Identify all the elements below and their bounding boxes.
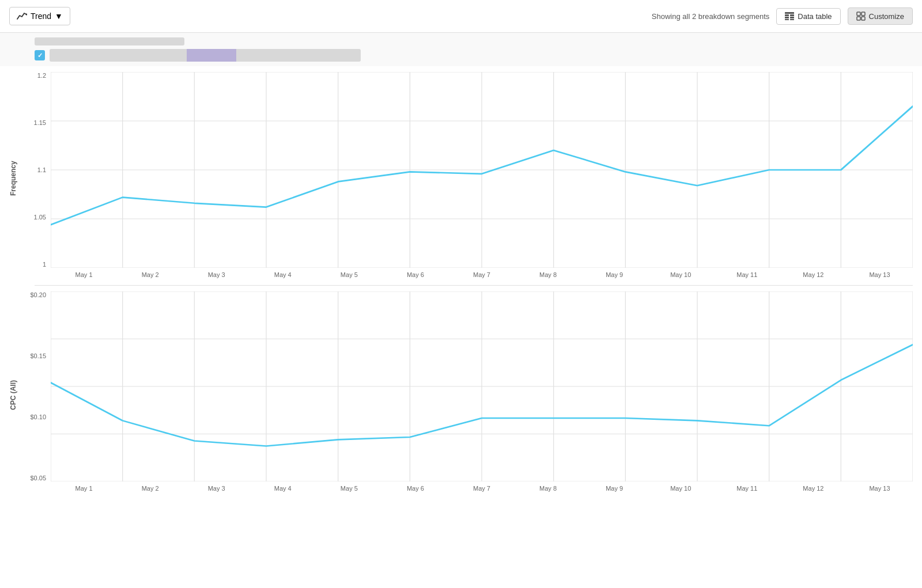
- svg-rect-3: [790, 14, 794, 16]
- charts-container: Frequency 1.2 1.15 1.1 1.05 1: [0, 66, 922, 504]
- customize-label: Customize: [869, 12, 904, 21]
- filter-segment-gray1: [50, 49, 187, 62]
- customize-button[interactable]: Customize: [848, 7, 913, 25]
- filter-bar-top: [35, 37, 184, 45]
- frequency-chart-plot: May 1 May 2 May 3 May 4 May 5 May 6 May …: [51, 72, 913, 285]
- cpc-x-tick-may2: May 2: [117, 485, 183, 492]
- x-tick-may13: May 13: [847, 271, 913, 278]
- filter-bar-composite: [50, 49, 361, 62]
- top-right-controls: Showing all 2 breakdown segments Data ta…: [652, 7, 913, 25]
- x-tick-may10: May 10: [648, 271, 714, 278]
- cpc-x-tick-may1: May 1: [51, 485, 117, 492]
- cpc-x-tick-may5: May 5: [316, 485, 382, 492]
- cpc-y-label: CPC (All): [5, 291, 22, 499]
- cpc-x-tick-may9: May 9: [581, 485, 648, 492]
- frequency-y-ticks: 1.2 1.15 1.1 1.05 1: [22, 72, 51, 268]
- x-tick-may8: May 8: [515, 271, 581, 278]
- x-tick-may5: May 5: [316, 271, 382, 278]
- cpc-x-tick-may8: May 8: [515, 485, 581, 492]
- svg-rect-11: [861, 17, 865, 20]
- svg-rect-2: [785, 14, 789, 16]
- cpc-x-tick-may10: May 10: [648, 485, 714, 492]
- filter-segment-gray2: [236, 49, 361, 62]
- x-tick-may4: May 4: [250, 271, 316, 278]
- cpc-chart-svg: [51, 291, 913, 481]
- cpc-y-ticks: $0.20 $0.15 $0.10 $0.05: [22, 291, 51, 481]
- svg-rect-9: [861, 12, 865, 16]
- y-tick-1-1: 1.1: [37, 166, 46, 173]
- cpc-chart-plot: May 1 May 2 May 3 May 4 May 5 May 6 May …: [51, 291, 913, 499]
- y-tick-1-05: 1.05: [34, 214, 46, 221]
- x-tick-may11: May 11: [714, 271, 780, 278]
- segments-text: Showing all 2 breakdown segments: [652, 12, 770, 21]
- top-bar: Trend ▼ Showing all 2 breakdown segments…: [0, 0, 922, 33]
- y-tick-015: $0.15: [30, 352, 46, 359]
- frequency-chart-section: Frequency 1.2 1.15 1.1 1.05 1: [0, 66, 922, 285]
- trend-icon: [17, 11, 27, 21]
- cpc-x-tick-may6: May 6: [382, 485, 448, 492]
- svg-rect-7: [790, 19, 794, 20]
- data-table-button[interactable]: Data table: [776, 8, 840, 25]
- cpc-x-tick-may11: May 11: [714, 485, 780, 492]
- frequency-chart-svg: [51, 72, 913, 268]
- frequency-x-axis: May 1 May 2 May 3 May 4 May 5 May 6 May …: [51, 268, 913, 285]
- cpc-x-tick-may12: May 12: [780, 485, 847, 492]
- x-tick-may12: May 12: [780, 271, 847, 278]
- data-table-label: Data table: [798, 12, 832, 21]
- trend-label: Trend: [31, 12, 51, 21]
- checkbox[interactable]: [35, 50, 45, 60]
- filter-bar-row: [35, 49, 887, 62]
- svg-rect-6: [785, 19, 789, 20]
- cpc-x-tick-may13: May 13: [847, 485, 913, 492]
- cpc-x-axis: May 1 May 2 May 3 May 4 May 5 May 6 May …: [51, 481, 913, 499]
- cpc-chart-section: CPC (All) $0.20 $0.15 $0.10 $0.05: [0, 286, 922, 504]
- x-tick-may6: May 6: [382, 271, 448, 278]
- svg-rect-10: [857, 17, 860, 20]
- svg-rect-1: [785, 12, 794, 14]
- y-tick-1-15: 1.15: [34, 119, 46, 126]
- trend-button[interactable]: Trend ▼: [9, 7, 70, 25]
- x-tick-may2: May 2: [117, 271, 183, 278]
- svg-rect-8: [857, 12, 860, 16]
- y-tick-1-2: 1.2: [37, 72, 46, 79]
- y-tick-010: $0.10: [30, 414, 46, 420]
- x-tick-may9: May 9: [581, 271, 648, 278]
- dropdown-icon: ▼: [55, 12, 63, 21]
- customize-icon: [856, 12, 866, 21]
- frequency-y-label: Frequency: [5, 72, 22, 285]
- cpc-x-tick-may7: May 7: [448, 485, 515, 492]
- x-tick-may3: May 3: [183, 271, 250, 278]
- filter-area: [0, 33, 922, 66]
- cpc-x-tick-may4: May 4: [250, 485, 316, 492]
- cpc-x-tick-may3: May 3: [183, 485, 250, 492]
- svg-rect-5: [790, 17, 794, 18]
- y-tick-020: $0.20: [30, 291, 46, 298]
- filter-segment-purple: [187, 49, 236, 62]
- x-tick-may7: May 7: [448, 271, 515, 278]
- data-table-icon: [785, 12, 794, 20]
- svg-rect-4: [785, 17, 789, 18]
- y-tick-005: $0.05: [30, 475, 46, 481]
- y-tick-1-0: 1: [43, 261, 46, 268]
- x-tick-may1: May 1: [51, 271, 117, 278]
